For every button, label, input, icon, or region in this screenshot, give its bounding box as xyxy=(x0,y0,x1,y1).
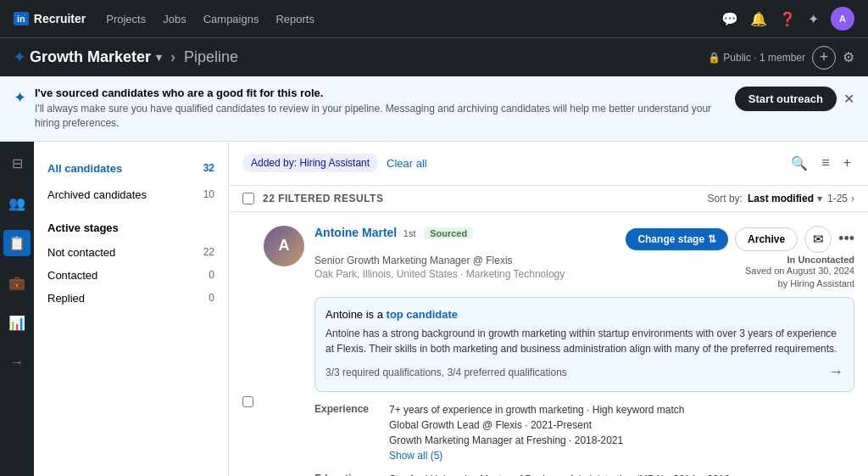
education-item-0: Stanford University, Master of Business … xyxy=(389,472,747,476)
sidebar-icon-home[interactable]: ⊟ xyxy=(7,150,28,176)
education-content: Stanford University, Master of Business … xyxy=(389,472,747,476)
saved-by: by Hiring Assistant xyxy=(745,277,854,290)
top-nav-right: 💬 🔔 ❓ ✦ A xyxy=(721,7,854,31)
candidate-title: Senior Growth Marketing Manager @ Flexis xyxy=(314,255,565,266)
search-button[interactable]: 🔍 xyxy=(787,152,811,175)
change-stage-button[interactable]: Change stage ⇅ xyxy=(626,228,728,250)
candidate-checkbox[interactable] xyxy=(242,229,253,476)
saved-date: Saved on August 30, 2024 xyxy=(745,265,854,277)
experience-section: Experience 7+ years of experience in gro… xyxy=(314,402,854,463)
filter-bar: Added by: Hiring Assistant Clear all 🔍 ≡… xyxy=(229,142,868,186)
experience-highlight: 7+ years of experience in growth marketi… xyxy=(389,402,685,417)
sidebar-icon-pipeline[interactable]: 📋 xyxy=(3,230,31,256)
nav-reports[interactable]: Reports xyxy=(275,13,314,25)
help-icon[interactable]: ❓ xyxy=(779,11,796,27)
change-stage-label: Change stage xyxy=(637,233,704,245)
sidebar-icon-chart[interactable]: 📊 xyxy=(3,310,31,336)
archived-candidates-label: Archived candidates xyxy=(47,188,147,201)
stage-replied[interactable]: Replied 0 xyxy=(34,287,228,310)
top-candidate-link[interactable]: top candidate xyxy=(387,308,459,321)
spark-nav-icon[interactable]: ✦ xyxy=(808,11,819,27)
user-avatar[interactable]: A xyxy=(831,7,854,31)
sort-dropdown[interactable]: Last modified ▾ xyxy=(748,193,822,204)
nav-projects[interactable]: Projects xyxy=(106,13,146,25)
education-section: Education Stanford University, Master of… xyxy=(314,472,854,476)
candidate-card: A Antoine Martel 1st Sourced Change stag… xyxy=(229,212,868,476)
add-member-button[interactable]: + xyxy=(812,46,836,70)
breadcrumb-separator: › xyxy=(170,48,175,66)
stage-contacted[interactable]: Contacted 0 xyxy=(34,264,228,287)
qualifications-text: 3/3 required qualifications, 3/4 preferr… xyxy=(326,367,567,378)
banner-content: I've sourced candidates who are a good f… xyxy=(35,87,726,131)
all-candidates-count: 32 xyxy=(203,162,214,174)
banner-description: I'll always make sure you have qualified… xyxy=(35,102,726,131)
ai-summary-box: Antoine is a top candidate Antoine has a… xyxy=(314,297,854,392)
results-bar-right: Sort by: Last modified ▾ 1-25 › xyxy=(708,193,854,204)
clear-all-link[interactable]: Clear all xyxy=(387,157,427,170)
ai-summary-header-prefix: Antoine is a xyxy=(326,308,387,321)
card-right-col: In Uncontacted Saved on August 30, 2024 … xyxy=(719,255,854,291)
nav-jobs[interactable]: Jobs xyxy=(163,13,186,25)
banner-actions: Start outreach ✕ xyxy=(735,87,854,111)
pagination-next-icon[interactable]: › xyxy=(851,193,854,204)
sidebar-icon-briefcase[interactable]: 💼 xyxy=(3,270,31,296)
sourced-badge: Sourced xyxy=(424,227,473,239)
stage-replied-label: Replied xyxy=(47,292,85,305)
logo: in Recruiter xyxy=(14,12,86,25)
spark-title-icon: ✦ xyxy=(14,49,25,65)
chat-icon[interactable]: 💬 xyxy=(721,11,738,27)
archived-candidates-count: 10 xyxy=(203,188,214,200)
select-all-checkbox[interactable] xyxy=(242,193,254,204)
filter-button[interactable]: ≡ xyxy=(818,152,832,174)
breadcrumb: ✦ Growth Marketer ▾ › Pipeline xyxy=(14,48,238,66)
main-nav-links: Projects Jobs Campaigns Reports xyxy=(106,13,314,25)
ai-summary-header: Antoine is a top candidate xyxy=(326,308,843,321)
sidebar-icon-arrow[interactable]: → xyxy=(5,350,29,375)
message-button[interactable]: ✉ xyxy=(804,226,832,253)
ai-summary-arrow-button[interactable]: → xyxy=(828,363,843,381)
card-body: Antoine Martel 1st Sourced Change stage … xyxy=(314,226,854,476)
banner-close-button[interactable]: ✕ xyxy=(843,91,854,107)
settings-icon[interactable]: ⚙ xyxy=(843,49,854,65)
stage-not-contacted-label: Not contacted xyxy=(47,246,115,259)
candidate-avatar: A xyxy=(264,226,304,266)
archive-button[interactable]: Archive xyxy=(735,227,798,251)
card-header-row: Antoine Martel 1st Sourced Change stage … xyxy=(314,226,854,253)
stage-not-contacted[interactable]: Not contacted 22 xyxy=(34,241,228,264)
more-options-button[interactable]: ••• xyxy=(838,230,854,248)
education-label: Education xyxy=(314,472,382,476)
main-layout: ⊟ 👥 📋 💼 📊 → All candidates 32 Archived c… xyxy=(0,142,868,476)
experience-label: Experience xyxy=(314,402,382,463)
nav-campaigns[interactable]: Campaigns xyxy=(203,13,259,25)
stage-not-contacted-count: 22 xyxy=(203,246,214,258)
bell-icon[interactable]: 🔔 xyxy=(750,11,767,27)
change-stage-icon: ⇅ xyxy=(708,233,716,245)
filter-tag-label: Added by: Hiring Assistant xyxy=(251,157,370,169)
public-badge: 🔒 Public · 1 member xyxy=(708,52,805,64)
archived-candidates-item[interactable]: Archived candidates 10 xyxy=(34,182,228,208)
dropdown-icon[interactable]: ▾ xyxy=(156,51,162,64)
top-nav: in Recruiter Projects Jobs Campaigns Rep… xyxy=(0,0,868,37)
saved-info: Saved on August 30, 2024 by Hiring Assis… xyxy=(745,265,854,291)
start-outreach-button[interactable]: Start outreach xyxy=(735,87,837,111)
experience-content: 7+ years of experience in growth marketi… xyxy=(389,402,685,463)
sort-by-label: Sort by: xyxy=(708,193,743,204)
sub-header-right: 🔒 Public · 1 member + ⚙ xyxy=(708,46,854,70)
sidebar-icon-people[interactable]: 👥 xyxy=(3,190,31,216)
li-logo-icon: in xyxy=(14,12,29,25)
candidate-name[interactable]: Antoine Martel xyxy=(314,226,397,239)
all-candidates-label: All candidates xyxy=(47,162,122,175)
all-candidates-item[interactable]: All candidates 32 xyxy=(34,155,228,182)
left-panel: All candidates 32 Archived candidates 10… xyxy=(34,142,229,476)
pipeline-label: Pipeline xyxy=(184,48,238,66)
degree-badge: 1st xyxy=(403,228,416,238)
banner-title: I've sourced candidates who are a good f… xyxy=(35,87,726,99)
results-count: 22 FILTERED RESULTS xyxy=(263,193,383,204)
candidate-location: Oak Park, Illinois, United States · Mark… xyxy=(314,268,565,280)
show-all-experience-link[interactable]: Show all (5) xyxy=(389,448,685,463)
stage-contacted-label: Contacted xyxy=(47,269,97,282)
icon-sidebar: ⊟ 👥 📋 💼 📊 → xyxy=(0,142,34,476)
filter-bar-right: 🔍 ≡ + xyxy=(787,152,854,175)
add-column-button[interactable]: + xyxy=(840,152,854,174)
added-by-filter-tag: Added by: Hiring Assistant xyxy=(242,154,378,172)
